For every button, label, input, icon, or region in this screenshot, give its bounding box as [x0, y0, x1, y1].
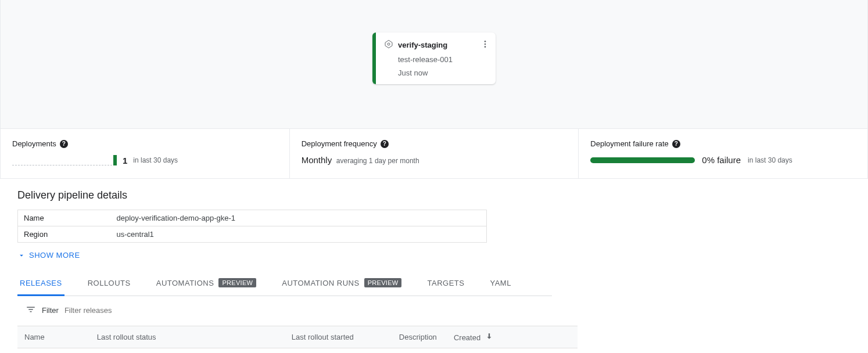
tab-rollouts[interactable]: ROLLOUTS — [85, 271, 133, 296]
metrics-row: Deployments ? 1 in last 30 days Deployme… — [0, 129, 868, 179]
filter-label: Filter — [42, 306, 59, 315]
metric-deployments: Deployments ? 1 in last 30 days — [1, 129, 290, 178]
failure-period: in last 30 days — [748, 156, 792, 164]
metric-failure-label: Deployment failure rate — [590, 139, 668, 148]
filter-input[interactable] — [64, 306, 181, 315]
deployments-sparkline — [12, 155, 117, 165]
tab-releases[interactable]: RELEASES — [17, 271, 64, 296]
details-name-label: Name — [18, 210, 111, 226]
tab-yaml[interactable]: YAML — [487, 271, 513, 296]
tab-automation-runs[interactable]: AUTOMATION RUNS PREVIEW — [279, 271, 404, 296]
preview-badge: PREVIEW — [218, 278, 256, 287]
failure-bar — [590, 157, 695, 163]
th-created[interactable]: Created — [447, 326, 554, 348]
target-more-button[interactable] — [479, 38, 491, 50]
metric-failure: Deployment failure rate ? 0% failure in … — [579, 129, 867, 178]
svg-marker-0 — [385, 40, 392, 48]
help-icon[interactable]: ? — [381, 140, 389, 148]
sort-desc-icon — [485, 332, 493, 342]
th-status[interactable]: Last rollout status — [90, 326, 285, 348]
kubernetes-icon — [384, 39, 393, 51]
target-title: verify-staging — [398, 41, 447, 49]
deployments-period: in last 30 days — [133, 156, 178, 164]
target-release: test-release-001 — [398, 55, 489, 64]
target-time: Just now — [398, 69, 489, 77]
details-region-label: Region — [18, 226, 111, 243]
tab-targets[interactable]: TARGETS — [425, 271, 467, 296]
th-started[interactable]: Last rollout started — [285, 326, 392, 348]
filter-row: Filter — [17, 296, 856, 326]
metric-frequency-label: Deployment frequency — [302, 139, 377, 148]
table-row: test-release-001 ✓ Successfully deployed… — [17, 348, 578, 354]
frequency-sub: averaging 1 day per month — [336, 157, 419, 165]
frequency-value: Monthly — [302, 155, 332, 165]
show-more-button[interactable]: SHOW MORE — [17, 251, 856, 260]
help-icon[interactable]: ? — [672, 140, 680, 148]
filter-icon — [26, 304, 36, 316]
pipeline-canvas: verify-staging test-release-001 Just now — [0, 0, 868, 129]
help-icon[interactable]: ? — [60, 140, 68, 148]
details-name-value: deploy-verification-demo-app-gke-1 — [111, 210, 487, 226]
details-table: Name deploy-verification-demo-app-gke-1 … — [17, 210, 487, 243]
details-region-value: us-central1 — [111, 226, 487, 243]
failure-pct: 0% failure — [702, 155, 741, 165]
tabs: RELEASES ROLLOUTS AUTOMATIONS PREVIEW AU… — [17, 271, 552, 296]
rollout-description — [392, 348, 447, 354]
section-title: Delivery pipeline details — [17, 189, 856, 201]
target-card[interactable]: verify-staging test-release-001 Just now — [372, 33, 496, 84]
svg-point-4 — [485, 46, 486, 48]
metric-deployments-label: Deployments — [12, 139, 56, 148]
releases-table: Name Last rollout status Last rollout st… — [17, 326, 578, 353]
metric-frequency: Deployment frequency ? Monthly averaging… — [290, 129, 579, 178]
th-description[interactable]: Description — [392, 326, 447, 348]
show-more-label: SHOW MORE — [29, 251, 80, 260]
chevron-down-icon — [17, 251, 26, 260]
svg-point-3 — [485, 44, 486, 45]
preview-badge: PREVIEW — [364, 278, 402, 287]
rollout-created: Sep 20, 2023, 2:03:15 PM — [447, 348, 554, 354]
rollout-started: Sep 20, 2023, 2:03:28 PM — [285, 348, 392, 354]
svg-point-1 — [388, 43, 390, 45]
deployments-count: 1 — [123, 156, 127, 165]
svg-point-2 — [485, 41, 486, 42]
tab-automations[interactable]: AUTOMATIONS PREVIEW — [154, 271, 259, 296]
th-name[interactable]: Name — [17, 326, 90, 348]
